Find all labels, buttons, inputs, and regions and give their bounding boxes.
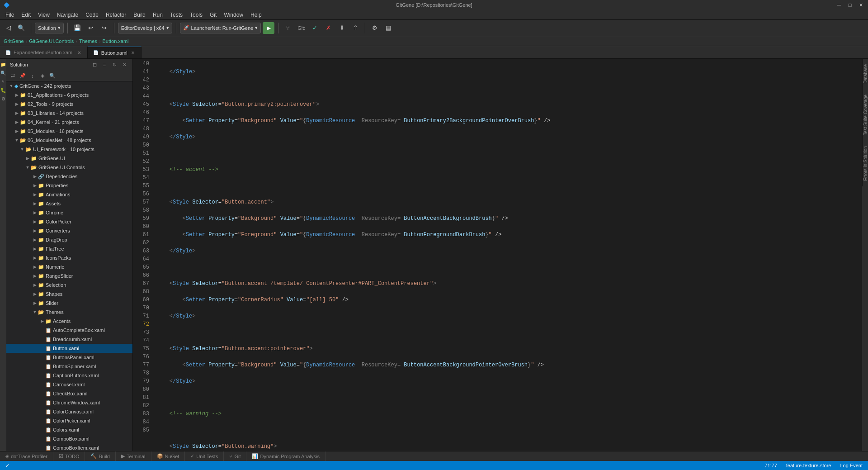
tree-root[interactable]: ▼ ◆ GritGene - 242 projects — [6, 81, 132, 90]
menu-edit[interactable]: Edit — [18, 11, 34, 19]
close-button[interactable]: ✕ — [857, 1, 864, 9]
tree-cp-expand[interactable]: ▶ — [32, 218, 38, 225]
solution-filter-btn[interactable]: ≡ — [100, 60, 109, 69]
menu-code[interactable]: Code — [82, 11, 102, 19]
bottom-tab-dpa[interactable]: 📊 Dynamic Program Analysis — [246, 451, 325, 461]
tree-th-expand[interactable]: ▼ — [32, 309, 38, 315]
tree-iconspacks[interactable]: ▶ 📁 IconsPacks — [6, 253, 132, 262]
menu-tools[interactable]: Tools — [186, 11, 206, 19]
activity-search[interactable]: 🔍 — [0, 69, 6, 77]
tree-dep-expand[interactable]: ▶ — [32, 173, 38, 180]
restore-button[interactable]: □ — [846, 1, 854, 9]
tab-button-close[interactable]: ✕ — [130, 50, 136, 56]
bottom-tab-unittests[interactable]: ✓ Unit Tests — [185, 451, 224, 461]
tree-03-expand[interactable]: ▶ — [14, 110, 20, 116]
tree-dd-expand[interactable]: ▶ — [32, 237, 38, 243]
tab-expander-menu[interactable]: 📄 ExpanderMenuButton.xaml ✕ — [0, 47, 88, 58]
tree-06-expand[interactable]: ▼ — [14, 137, 20, 143]
tree-assets-expand[interactable]: ▶ — [32, 200, 38, 207]
tree-05-expand[interactable]: ▶ — [14, 128, 20, 134]
tree-05-modules[interactable]: ▶ 📁 05_Modules - 16 projects — [6, 127, 132, 136]
toolbar-git-pull[interactable]: ⇓ — [336, 22, 348, 34]
tree-03-libs[interactable]: ▶ 📁 03_Libraries - 14 projects — [6, 109, 132, 118]
menu-navigate[interactable]: Navigate — [53, 11, 82, 19]
solution-collapse-btn[interactable]: ⊟ — [90, 60, 99, 69]
tree-props-expand[interactable]: ▶ — [32, 182, 38, 189]
tree-captionbuttons[interactable]: ▶ 📋 CaptionButtons.xaml — [6, 371, 132, 380]
toolbar-git-check[interactable]: ✓ — [309, 22, 321, 34]
code-content[interactable]: </Style> <Style Selector="Button.primary… — [153, 59, 862, 451]
tree-gritgene-ui-expand[interactable]: ▶ — [24, 155, 31, 161]
bottom-tab-dottrace[interactable]: ◈ dotTrace Profiler — [0, 451, 53, 461]
tree-02-tools[interactable]: ▶ 📁 02_Tools - 9 projects — [6, 100, 132, 109]
activity-git[interactable]: ⑂ — [0, 78, 6, 85]
bottom-tab-build[interactable]: 🔨 Build — [85, 451, 115, 461]
tree-chromewindow[interactable]: ▶ 📋 ChromeWindow.xaml — [6, 398, 132, 407]
menu-refactor[interactable]: Refactor — [102, 11, 130, 19]
status-position[interactable]: 71:77 — [763, 461, 779, 470]
tree-ui-expand[interactable]: ▼ — [19, 146, 25, 152]
tree-conv-expand[interactable]: ▶ — [32, 228, 38, 234]
config-dropdown[interactable]: EditorDevelop | x64 ▾ — [118, 23, 172, 33]
tab-expander-close[interactable]: ✕ — [76, 50, 82, 56]
tree-dragdrop[interactable]: ▶ 📁 DragDrop — [6, 235, 132, 244]
tree-breadcrumb-file[interactable]: ▶ 📋 Breadcrumb.xaml — [6, 335, 132, 344]
tree-anim-expand[interactable]: ▶ — [32, 191, 38, 198]
breadcrumb-controls[interactable]: GitGene.UI.Controls — [29, 38, 74, 44]
tree-06-modulesnet[interactable]: ▼ 📂 06_ModulesNet - 48 projects — [6, 136, 132, 145]
tab-button[interactable]: 📄 Button.xaml ✕ — [88, 47, 142, 58]
run-button[interactable]: ▶ — [263, 22, 274, 34]
toolbar-git-x[interactable]: ✗ — [322, 22, 334, 34]
tree-accents[interactable]: ▶ 📁 Accents — [6, 317, 132, 326]
sol-sync-btn[interactable]: ⇄ — [8, 71, 17, 81]
breadcrumb-file[interactable]: Button.xaml — [102, 38, 128, 44]
tree-root-expand[interactable]: ▼ — [8, 83, 14, 89]
breadcrumb-themes[interactable]: Themes — [79, 38, 97, 44]
bottom-tab-terminal[interactable]: ▶ Terminal — [116, 451, 151, 461]
tree-button-file[interactable]: ▶ 📋 Button.xaml — [6, 344, 132, 353]
tree-dependencies[interactable]: ▶ 🔗 Dependencies — [6, 172, 132, 181]
menu-view[interactable]: View — [34, 11, 53, 19]
tree-numeric[interactable]: ▶ 📁 Numeric — [6, 262, 132, 271]
tree-num-expand[interactable]: ▶ — [32, 264, 38, 270]
menu-run[interactable]: Run — [149, 11, 166, 19]
tree-comboboxitem[interactable]: ▶ 📋 ComboBoxItem.xaml — [6, 443, 132, 451]
status-eventlog[interactable]: Log Event — [838, 461, 864, 470]
tree-01-expand[interactable]: ▶ — [14, 92, 20, 98]
tree-controls-expand[interactable]: ▼ — [24, 164, 31, 171]
activity-explorer[interactable]: 📁 — [0, 61, 6, 68]
tree-ui-framework[interactable]: ▼ 📂 UI_Framework - 10 projects — [6, 145, 132, 154]
tree-flattree[interactable]: ▶ 📁 FlatTree — [6, 244, 132, 253]
tree-gritgene-ui[interactable]: ▶ 📁 GritGene.UI — [6, 154, 132, 163]
sol-sort-btn[interactable]: ↕ — [28, 71, 37, 81]
tree-chrome[interactable]: ▶ 📁 Chrome — [6, 208, 132, 217]
menu-tests[interactable]: Tests — [166, 11, 186, 19]
toolbar-layout-btn[interactable]: ▤ — [382, 22, 394, 34]
tree-colorcanvas[interactable]: ▶ 📋 ColorCanvas.xaml — [6, 407, 132, 416]
status-checkmark[interactable]: ✓ — [4, 461, 11, 470]
menu-window[interactable]: Window — [220, 11, 247, 19]
tree-01-apps[interactable]: ▶ 📁 01_Applications - 6 projects — [6, 90, 132, 100]
tree-assets[interactable]: ▶ 📁 Assets — [6, 199, 132, 208]
sol-dotrace-btn[interactable]: ◈ — [38, 71, 47, 81]
tree-carousel[interactable]: ▶ 📋 Carousel.xaml — [6, 380, 132, 389]
tree-colorpicker-file[interactable]: ▶ 📋 ColorPicker.xaml — [6, 416, 132, 425]
tree-colorpicker[interactable]: ▶ 📁 ColorPicker — [6, 217, 132, 226]
right-tab-errors[interactable]: Errors in Solution — [863, 141, 868, 186]
tree-colors[interactable]: ▶ 📋 Colors.xaml — [6, 425, 132, 434]
tree-sl-expand[interactable]: ▶ — [32, 300, 38, 306]
toolbar-save-btn[interactable]: 💾 — [71, 22, 83, 34]
tree-rs-expand[interactable]: ▶ — [32, 273, 38, 279]
breadcrumb-root[interactable]: GritGene — [4, 38, 24, 44]
tree-properties[interactable]: ▶ 📁 Properties — [6, 181, 132, 190]
tree-slider[interactable]: ▶ 📁 Slider — [6, 299, 132, 308]
tree-acc-expand[interactable]: ▶ — [39, 318, 45, 324]
tree-checkbox[interactable]: ▶ 📋 CheckBox.xaml — [6, 389, 132, 398]
launcher-dropdown[interactable]: 🚀 LauncherNet: Run-GritGene ▾ — [180, 23, 261, 33]
activity-extensions[interactable]: ⚙ — [0, 95, 6, 103]
toolbar-search-btn[interactable]: 🔍 — [15, 22, 27, 34]
tree-shapes[interactable]: ▶ 📁 Shapes — [6, 290, 132, 299]
tree-ft-expand[interactable]: ▶ — [32, 246, 38, 252]
menu-git[interactable]: Git — [206, 11, 220, 19]
toolbar-settings-btn[interactable]: ⚙ — [369, 22, 381, 34]
